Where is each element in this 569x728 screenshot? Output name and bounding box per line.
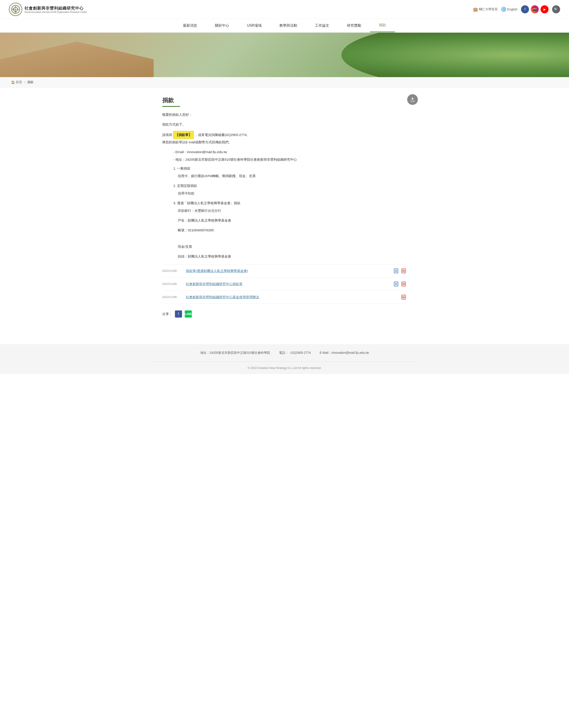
nav-latest-news[interactable]: 最新消息 xyxy=(174,19,206,32)
logo-text: 社會創新與非營利組織研究中心 Social Innovation and Non… xyxy=(24,6,87,13)
page-title: 捐款 xyxy=(162,96,407,104)
footer-info: 地址：24205新北市新莊區中正路510號社會科學院 電話：（02)2905-2… xyxy=(162,351,407,355)
share-label: 分享： xyxy=(162,311,172,317)
method-3-title: 3. 透過「財團法人私立學校興學基金會」捐款 xyxy=(173,200,407,206)
file-list: 2022/11/08 捐款單(透過財團法人私立學校興學基金會) W PDF 20… xyxy=(162,264,407,304)
breadcrumb-home-link[interactable]: 🏠 首頁 xyxy=(11,80,22,84)
header-right: 🏫 輔仁大學首頁 🌐 English f 📷 ▶ 🔍 xyxy=(473,5,560,13)
file-3-title[interactable]: 社會創新與非營利組織研究中心基金使用管理辦法 xyxy=(182,294,401,300)
file-3-pdf-icon[interactable]: PDF xyxy=(401,294,407,300)
search-button[interactable]: 🔍 xyxy=(552,5,560,13)
svg-text:PDF: PDF xyxy=(402,283,405,285)
file-1-doc-icon[interactable]: W xyxy=(393,268,399,274)
contact-address: - 地址：24205新北市新莊區中正路510號社會科學院社會創新與非營利組織研究… xyxy=(173,156,407,163)
file-2-date: 2022/11/08 xyxy=(162,281,182,287)
method-3-account-number: 帳號：02100400076285 xyxy=(178,227,407,234)
file-item-3: 2022/11/08 社會創新與非營利組織研究中心基金使用管理辦法 PDF xyxy=(162,291,407,304)
instagram-button[interactable]: 📷 xyxy=(531,5,539,13)
logo-icon xyxy=(9,3,22,16)
contact-info: - Email：innovation@mail.fju.edu.tw - 地址：… xyxy=(162,149,407,163)
nav-usr[interactable]: USR場域 xyxy=(238,19,270,32)
footer-bottom: © 2022 Greatest Idea Strategy Co.,Ltd Al… xyxy=(0,362,569,374)
svg-text:PDF: PDF xyxy=(402,296,405,298)
file-3-date: 2022/11/08 xyxy=(162,294,182,300)
svg-text:PDF: PDF xyxy=(402,270,405,272)
top-button[interactable]: ▲ TOP xyxy=(407,94,418,105)
main-nav: 最新消息 關於中心 USR場域 教學與活動 工作論文 研究獎勵 捐款 xyxy=(0,19,569,33)
top-label: TOP xyxy=(410,100,415,103)
file-2-icons: W PDF xyxy=(393,281,407,287)
method-1-title: 1. 一般捐款 xyxy=(173,165,407,172)
file-item-2: 2022/11/08 社會創新與非營利組織研究中心捐款單 W PDF xyxy=(162,278,407,291)
main-content: 捐款 ▲ TOP 敬愛的捐款人您好： 捐款方式如下。 請填寫【捐款單】，或來電洽… xyxy=(151,88,418,331)
hero-leaves-graphic xyxy=(285,33,569,77)
share-facebook-button[interactable]: f xyxy=(175,310,182,318)
donation-methods: 1. 一般捐款 信用卡、銀行匯款/ATM轉帳、郵局劃撥、現金、支票 2. 定期定… xyxy=(162,165,407,260)
highlight-donate-form: 【捐款單】 xyxy=(173,131,194,139)
hero-banner xyxy=(0,33,569,77)
file-1-date: 2022/11/08 xyxy=(162,268,182,274)
svg-text:W: W xyxy=(395,283,397,285)
method-3-account-name: 戶名：財團法人私立學校興學基金會 xyxy=(178,217,407,224)
facebook-button[interactable]: f xyxy=(521,5,529,13)
method-2: 2. 定期定額捐款 信用卡扣款 xyxy=(173,182,407,197)
nav-about[interactable]: 關於中心 xyxy=(206,19,238,32)
footer-top: 地址：24205新北市新莊區中正路510號社會科學院 電話：（02)2905-2… xyxy=(151,344,418,362)
logo-main-text: 社會創新與非營利組織研究中心 xyxy=(24,6,87,11)
file-2-title[interactable]: 社會創新與非營利組織研究中心捐款單 xyxy=(182,281,393,287)
method-3-sub: 存款銀行：永豐銀行台北分行 戶名：財團法人私立學校興學基金會 帳號：021004… xyxy=(173,207,407,260)
english-link[interactable]: 🌐 English xyxy=(501,7,517,12)
youtube-button[interactable]: ▶ xyxy=(541,5,549,13)
breadcrumb: 🏠 首頁 > 捐款 xyxy=(0,77,569,88)
contact-email: - Email：innovation@mail.fju.edu.tw xyxy=(173,149,407,155)
instruction-part2: ，或來電洽詢陳秘書(02)2905-2774。 xyxy=(195,133,250,137)
hero-house-graphic xyxy=(0,33,256,77)
method-2-sub: 信用卡扣款 xyxy=(173,190,407,197)
svg-text:W: W xyxy=(395,270,397,272)
nav-research[interactable]: 研究獎勵 xyxy=(338,19,370,32)
nav-donate[interactable]: 捐款 xyxy=(370,19,395,32)
file-3-icons: PDF xyxy=(401,294,407,300)
method-3-payee: 抬頭：財團法人私立學校興學基金會 xyxy=(178,253,407,260)
logo-svg xyxy=(11,5,20,14)
greeting-text: 敬愛的捐款人您好： xyxy=(162,111,407,118)
footer-email: E-Mail：innovation@mail.fju.edu.tw xyxy=(320,351,369,355)
share-area: 分享： f LINE xyxy=(162,310,407,318)
file-item-1: 2022/11/08 捐款單(透過財團法人私立學校興學基金會) W PDF xyxy=(162,264,407,278)
file-1-icons: W PDF xyxy=(393,268,407,274)
logo-area: 社會創新與非營利組織研究中心 Social Innovation and Non… xyxy=(9,3,87,16)
instruction-part1: 請填寫 xyxy=(162,133,172,137)
instruction-text: 請填寫【捐款單】，或來電洽詢陳秘書(02)2905-2774。 將您的捐款單以E… xyxy=(162,131,407,146)
instruction-part3: 將您的捐款單以E-mail或郵寄方式回傳給我們。 xyxy=(162,140,232,144)
file-1-title[interactable]: 捐款單(透過財團法人私立學校興學基金會) xyxy=(182,268,393,274)
page-title-area: 捐款 xyxy=(162,96,407,107)
english-label: English xyxy=(507,8,517,11)
footer-copyright: © 2022 Greatest Idea Strategy Co.,Ltd Al… xyxy=(248,366,322,370)
method-2-title: 2. 定期定額捐款 xyxy=(173,182,407,189)
method-3: 3. 透過「財團法人私立學校興學基金會」捐款 存款銀行：永豐銀行台北分行 戶名：… xyxy=(173,200,407,260)
method-1: 1. 一般捐款 信用卡、銀行匯款/ATM轉帳、郵局劃撥、現金、支票 xyxy=(173,165,407,179)
nav-papers[interactable]: 工作論文 xyxy=(306,19,338,32)
file-1-pdf-icon[interactable]: PDF xyxy=(401,268,407,274)
header: 社會創新與非營利組織研究中心 Social Innovation and Non… xyxy=(0,0,569,19)
social-icons: f 📷 ▶ xyxy=(521,5,549,13)
fju-icon: 🏫 xyxy=(473,7,478,12)
breadcrumb-separator: > xyxy=(24,80,26,84)
fju-link-label: 輔仁大學首頁 xyxy=(479,7,498,11)
top-arrow-icon: ▲ xyxy=(411,96,414,100)
fju-link[interactable]: 🏫 輔仁大學首頁 xyxy=(473,7,498,12)
file-2-doc-icon[interactable]: W xyxy=(393,281,399,287)
file-2-pdf-icon[interactable]: PDF xyxy=(401,281,407,287)
donate-content: 敬愛的捐款人您好： 捐款方式如下。 請填寫【捐款單】，或來電洽詢陳秘書(02)2… xyxy=(162,111,407,318)
nav-teaching[interactable]: 教學與活動 xyxy=(270,19,306,32)
footer: 地址：24205新北市新莊區中正路510號社會科學院 電話：（02)2905-2… xyxy=(0,344,569,374)
footer-address: 地址：24205新北市新莊區中正路510號社會科學院 xyxy=(200,351,270,355)
logo-sub-text: Social Innovation and Non-Profit Organiz… xyxy=(24,11,87,13)
method-1-sub: 信用卡、銀行匯款/ATM轉帳、郵局劃撥、現金、支票 xyxy=(173,173,407,179)
footer-phone: 電話：（02)2905-2774 xyxy=(279,351,311,355)
intro-text: 捐款方式如下。 xyxy=(162,121,407,128)
share-line-button[interactable]: LINE xyxy=(185,310,192,318)
globe-icon: 🌐 xyxy=(501,7,506,12)
title-underline xyxy=(162,106,180,107)
breadcrumb-home-label: 首頁 xyxy=(16,80,22,84)
